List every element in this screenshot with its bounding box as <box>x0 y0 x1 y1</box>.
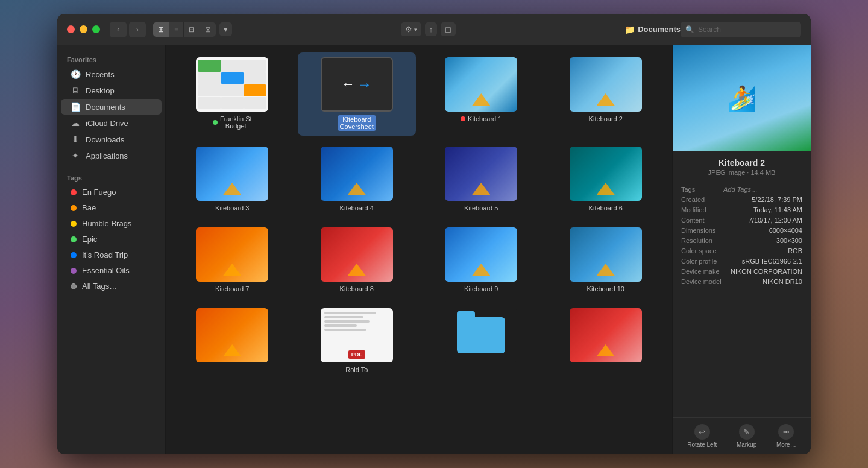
file-thumb-kiteboard7 <box>196 227 268 282</box>
sidebar-item-icloud[interactable]: ☁ iCloud Drive <box>61 115 162 131</box>
view-toggle-icon: ▾ <box>224 25 228 34</box>
file-label-kiteboard7: Kiteboard 7 <box>215 285 249 292</box>
sidebar-item-all-tags[interactable]: All Tags… <box>61 279 162 294</box>
rotate-left-label: Rotate Left <box>687 441 717 448</box>
tag-icon: ◻ <box>445 25 451 34</box>
file-thumb-folder <box>445 308 517 362</box>
rotate-left-button[interactable]: ↩ Rotate Left <box>687 424 717 448</box>
meta-val-content: 7/10/17, 12:00 AM <box>749 217 802 224</box>
downloads-icon: ⬇ <box>71 134 80 144</box>
tags-label: Tags <box>57 171 165 184</box>
preview-image <box>673 45 811 151</box>
sidebar-item-humble-brags[interactable]: Humble Brags <box>61 216 162 231</box>
file-item-windsurfer[interactable] <box>547 303 665 378</box>
sidebar-item-recents-label: Recents <box>86 70 115 79</box>
sidebar-item-applications-label: Applications <box>86 151 128 160</box>
view-cover-button[interactable]: ⊠ <box>200 22 216 37</box>
file-item-coversheet[interactable]: ←→ KiteboardCoversheet <box>298 52 417 136</box>
sidebar-item-essential-oils[interactable]: Essential Oils <box>61 263 162 278</box>
spreadsheet-preview <box>196 57 268 112</box>
view-icon-button[interactable]: ⊞ <box>153 22 169 37</box>
more-icon: ••• <box>778 424 794 440</box>
more-button[interactable]: ••• More… <box>776 424 796 448</box>
file-grid: Franklin StBudget ←→ KiteboardCoversheet <box>173 52 665 378</box>
tags-add[interactable]: Add Tags… <box>723 186 758 193</box>
view-columns-button[interactable]: ⊟ <box>184 22 200 37</box>
preview-panel: Kiteboard 2 JPEG image · 14.4 MB Tags Ad… <box>672 45 811 454</box>
maximize-button[interactable] <box>92 25 100 33</box>
sidebar-item-recents[interactable]: 🕐 Recents <box>61 66 162 82</box>
humble-brags-dot <box>71 221 77 227</box>
meta-row-colorprofile: Color profile sRGB IEC61966-2.1 <box>681 258 802 265</box>
file-item-kiteboard3[interactable]: Kiteboard 3 <box>173 142 292 217</box>
favorites-label: Favorites <box>57 52 165 66</box>
sidebar-item-en-fuego[interactable]: En Fuego <box>61 185 162 200</box>
meta-key-devicemodel: Device model <box>681 278 722 285</box>
file-item-kiteboard4[interactable]: Kiteboard 4 <box>298 142 417 217</box>
file-item-folder[interactable] <box>422 303 541 378</box>
close-button[interactable] <box>67 25 75 33</box>
file-label-kiteboard3: Kiteboard 3 <box>215 204 249 212</box>
tag-button[interactable]: ◻ <box>441 22 456 36</box>
forward-button[interactable]: › <box>129 22 146 37</box>
file-item-kiteboard2[interactable]: Kiteboard 2 <box>547 52 665 136</box>
file-item-kiteboard6[interactable]: Kiteboard 6 <box>547 142 665 217</box>
meta-key-dimensions: Dimensions <box>681 227 715 234</box>
sidebar-item-bae[interactable]: Bae <box>61 200 162 215</box>
meta-val-resolution: 300×300 <box>776 237 802 244</box>
meta-val-dimensions: 6000×4004 <box>769 227 802 234</box>
file-thumb-kiteboard3 <box>196 147 268 201</box>
file-item-kiteboard10[interactable]: Kiteboard 10 <box>547 223 665 297</box>
back-button[interactable]: ‹ <box>110 22 127 37</box>
meta-key-colorspace: Color space <box>681 247 717 255</box>
markup-button[interactable]: ✎ Markup <box>737 424 756 448</box>
minimize-button[interactable] <box>80 25 87 33</box>
finder-body: Favorites 🕐 Recents 🖥 Desktop 📄 Document… <box>57 45 811 454</box>
file-label-kiteboard5: Kiteboard 5 <box>464 204 498 212</box>
meta-key-modified: Modified <box>681 206 706 213</box>
file-item-pdf[interactable]: PDF Roid To <box>298 303 417 378</box>
file-label-pdf: Roid To <box>345 366 368 373</box>
file-thumb-kiteboard5 <box>445 147 517 201</box>
file-thumb-kiteboard9 <box>445 227 517 282</box>
file-label-franklin: Franklin StBudget <box>213 115 252 130</box>
franklin-status-dot <box>213 120 218 125</box>
file-label-kiteboard4: Kiteboard 4 <box>340 204 374 212</box>
file-label-kiteboard2: Kiteboard 2 <box>589 115 623 122</box>
road-trip-dot <box>71 252 77 258</box>
file-thumb-kiteboard4 <box>321 147 393 201</box>
sidebar-item-humble-brags-label: Humble Brags <box>82 219 131 228</box>
meta-row-created: Created 5/22/18, 7:39 PM <box>681 196 802 203</box>
back-icon: ‹ <box>117 25 119 34</box>
file-item-franklin[interactable]: Franklin StBudget <box>173 52 292 136</box>
sidebar-item-documents[interactable]: 📄 Documents <box>61 99 162 115</box>
file-item-kiteboard11[interactable] <box>173 303 292 378</box>
sidebar-item-road-trip[interactable]: It's Road Trip <box>61 247 162 262</box>
sidebar-item-epic[interactable]: Epic <box>61 232 162 247</box>
file-item-kiteboard1[interactable]: Kiteboard 1 <box>422 52 541 136</box>
action-gear-button[interactable]: ⚙ ▾ <box>401 22 421 36</box>
sidebar-item-desktop[interactable]: 🖥 Desktop <box>61 83 162 98</box>
view-toggle-button[interactable]: ▾ <box>219 22 232 36</box>
search-bar[interactable]: 🔍 Search <box>681 22 801 37</box>
sidebar-item-downloads[interactable]: ⬇ Downloads <box>61 131 162 147</box>
toolbar-center: ⚙ ▾ ↑ ◻ <box>232 22 624 36</box>
meta-row-dimensions: Dimensions 6000×4004 <box>681 227 802 234</box>
sidebar-item-applications[interactable]: ✦ Applications <box>61 148 162 163</box>
pdf-badge: PDF <box>348 350 365 359</box>
gear-dropdown-icon: ▾ <box>414 27 417 33</box>
applications-icon: ✦ <box>71 151 80 160</box>
file-thumb-kiteboard6 <box>570 147 642 201</box>
sidebar-item-en-fuego-label: En Fuego <box>82 188 116 197</box>
file-item-kiteboard8[interactable]: Kiteboard 8 <box>298 223 417 297</box>
view-list-button[interactable]: ≡ <box>169 22 184 37</box>
file-item-kiteboard9[interactable]: Kiteboard 9 <box>422 223 541 297</box>
share-button[interactable]: ↑ <box>425 22 438 36</box>
view-mode-group: ⊞ ≡ ⊟ ⊠ <box>153 22 216 37</box>
file-item-kiteboard5[interactable]: Kiteboard 5 <box>422 142 541 217</box>
sidebar-item-all-tags-label: All Tags… <box>82 282 117 291</box>
forward-icon: › <box>136 25 139 34</box>
markup-label: Markup <box>737 441 756 448</box>
file-item-kiteboard7[interactable]: Kiteboard 7 <box>173 223 292 297</box>
gear-icon: ⚙ <box>405 25 412 34</box>
